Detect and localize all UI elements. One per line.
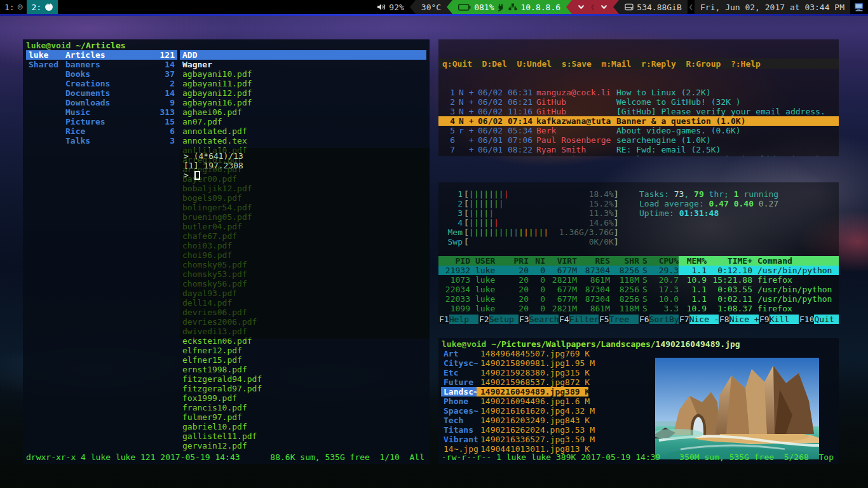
directory-item[interactable]: Future [441, 377, 478, 387]
image-file-item[interactable]: 1490215890981.jpg1.95 M [477, 358, 588, 368]
image-file-item[interactable]: 1490216161620.jpg4.32 M [477, 406, 588, 416]
email-list-item[interactable]: 6 +06/01 07:06Paul Rosenbergesearchengin… [438, 135, 839, 145]
image-file-item[interactable]: 1490216262024.png3.53 M [477, 425, 588, 435]
email-list-item[interactable]: 4N +06/02 07:14kafkazwana@tutaBanner & a… [438, 116, 839, 126]
meter-bar: | [508, 227, 513, 237]
column-header[interactable]: S [639, 256, 651, 266]
preview-item[interactable]: gabriel10.pdf [180, 422, 426, 431]
preview-item[interactable]: fox1999.pdf [180, 393, 426, 403]
workspace-2[interactable]: 2: [27, 0, 58, 14]
fkey-f10[interactable]: F10Quit [799, 315, 839, 324]
directory-item[interactable]: Books37 [63, 69, 177, 79]
column-header[interactable]: Command [752, 256, 839, 266]
process-row[interactable]: 1099luke2002821M861M118MS3.310.91:08.37f… [438, 304, 839, 313]
workspace-1[interactable]: 1: ☺ [0, 0, 27, 14]
fkey-f1[interactable]: F1Help [438, 315, 478, 324]
column-header[interactable]: NI [529, 256, 545, 266]
email-list-item[interactable]: 7 +06/01 08:22Ryan SmithRE: Fwd: email (… [438, 145, 839, 154]
image-file-item[interactable]: 1490216049489.jpg389 K [477, 387, 588, 396]
directory-item[interactable]: Spaces~ [441, 406, 478, 416]
preview-item[interactable]: agbayani16.pdf [180, 98, 426, 107]
directory-item[interactable]: Rice6 [63, 126, 177, 136]
parent-dir-item[interactable]: Shared [26, 60, 63, 69]
image-file-item[interactable]: 1484964845507.jpg769 K [477, 349, 588, 358]
directory-item[interactable]: Etc [441, 368, 478, 377]
process-row[interactable]: 1073luke2002821M861M118MS20.710.915:21.8… [438, 275, 839, 285]
column-header[interactable]: MEM% [679, 256, 707, 266]
process-row[interactable]: 22034luke200677M873048256S17.31.10:03.55… [438, 285, 839, 294]
column-header[interactable]: SHR [610, 256, 639, 266]
directory-item[interactable]: Phone [441, 396, 478, 406]
image-file-item[interactable]: 1490216203249.jpg843 K [477, 416, 588, 425]
email-list-item[interactable]: 8 +06/01 10:51Pedro Tiago MarRe: languag… [438, 154, 839, 156]
column-header[interactable]: TIME+ [707, 256, 752, 266]
directory-item[interactable]: Articles121 [63, 50, 177, 60]
column-header[interactable]: RES [577, 256, 610, 266]
process-mem: 1.1 [679, 266, 707, 275]
system-monitor-window[interactable]: 1[||||||||18.4%]2[|||||||15.2%]3[|||||11… [438, 182, 839, 324]
process-row[interactable]: 21932luke200677M873048256S29.31.10:12.10… [438, 266, 839, 275]
preview-item[interactable]: an07.pdf [180, 117, 426, 126]
preview-item[interactable]: aghaei06.pdf [180, 107, 426, 117]
parent-dir-item[interactable]: luke [26, 50, 63, 60]
image-file-item[interactable]: 1490215968537.jpg872 K [477, 377, 588, 387]
process-res: 87304 [577, 285, 610, 294]
directory-item[interactable]: Pictures15 [63, 117, 177, 126]
fkey-f4[interactable]: F4Filter [559, 315, 599, 324]
directory-item[interactable]: Documents14 [63, 88, 177, 98]
preview-item[interactable]: elfner15.pdf [180, 355, 426, 365]
directory-item[interactable]: Talks3 [63, 136, 177, 146]
directory-item[interactable]: Landsc~ [441, 387, 478, 396]
directory-item[interactable]: Downloads9 [63, 98, 177, 107]
email-client-window[interactable]: q:Quit D:Del U:Undel s:Save m:Mail r:Rep… [438, 39, 839, 156]
email-list-item[interactable]: 3N +06/02 11:16GitHub[GitHub] Please ver… [438, 107, 839, 116]
image-file-item[interactable]: 1490216336527.jpg3.59 M [477, 435, 588, 444]
column-header[interactable]: CPU% [651, 256, 679, 266]
image-file-item[interactable]: 1490215928380.jpg315 K [477, 368, 588, 377]
fkey-f9[interactable]: F9Kill [759, 315, 799, 324]
preview-item[interactable]: fitzgerald94.pdf [180, 374, 426, 384]
preview-item[interactable]: francis10.pdf [180, 403, 426, 412]
fkey-f3[interactable]: F3Search [519, 315, 559, 324]
directory-item[interactable]: Vibrant [441, 435, 478, 444]
fkey-f8[interactable]: F8Nice + [719, 315, 759, 324]
preview-item[interactable]: ADD [180, 50, 426, 60]
preview-item[interactable]: agbayani11.pdf [180, 79, 426, 88]
directory-item[interactable]: Music313 [63, 107, 177, 117]
preview-item[interactable]: agbayani12.pdf [180, 88, 426, 98]
terminal-line: [1] 197.2308 [184, 161, 426, 170]
preview-item[interactable]: gervain12.pdf [180, 441, 426, 451]
preview-item[interactable]: fulmer97.pdf [180, 412, 426, 422]
directory-item[interactable]: banners14 [63, 60, 177, 69]
directory-item[interactable]: Art [441, 349, 478, 358]
preview-item[interactable]: elfner12.pdf [180, 346, 426, 355]
column-header[interactable]: PRI [507, 256, 529, 266]
column-header[interactable]: USER [470, 256, 507, 266]
preview-item[interactable]: annotated.tex [180, 136, 426, 146]
preview-item[interactable]: annotated.pdf [180, 126, 426, 136]
directory-item[interactable]: Tech [441, 416, 478, 425]
email-list-item[interactable]: 2N +06/02 06:21GitHubWelcome to GitHub! … [438, 97, 839, 107]
email-list-item[interactable]: 5r +06/02 05:34BerkAbout video-games. (0… [438, 126, 839, 135]
directory-item[interactable]: Creations2 [63, 79, 177, 88]
fkey-f6[interactable]: F6SortBy [639, 315, 679, 324]
preview-item[interactable]: fitzgerald97.pdf [180, 384, 426, 393]
process-row[interactable]: 22033luke200677M873048256S10.01.10:02.11… [438, 294, 839, 304]
fkey-f2[interactable]: F2Setup [478, 315, 519, 324]
calculator-terminal-window[interactable]: > (4*641)/13[1] 197.2308> [180, 148, 430, 339]
preview-item[interactable]: agbayani10.pdf [180, 69, 426, 79]
image-browser-window[interactable]: luke@void ~/Pictures/Wallpapers/Landscap… [438, 338, 839, 464]
directory-item[interactable]: Titans [441, 425, 478, 435]
fkey-f7[interactable]: F7Nice - [679, 315, 719, 324]
directory-item[interactable]: Citysc~ [441, 358, 478, 368]
computer-tray-icon[interactable] [854, 2, 864, 12]
preview-item[interactable]: ernst1998.pdf [180, 365, 426, 374]
image-file-item[interactable]: 1490216094496.jpg1.6 M [477, 396, 588, 406]
meter-row: Mem[||||||||||||||||1.36G/3.76G] [438, 227, 642, 237]
column-header[interactable]: PID [442, 256, 470, 266]
fkey-f5[interactable]: F5Tree [599, 315, 639, 324]
email-list-item[interactable]: 1N +06/02 06:31manguza@cock.liHow to Lin… [438, 88, 839, 97]
preview-item[interactable]: Wagner [180, 60, 426, 69]
column-header[interactable]: VIRT [545, 256, 577, 266]
preview-item[interactable]: gallistel11.pdf [180, 431, 426, 441]
